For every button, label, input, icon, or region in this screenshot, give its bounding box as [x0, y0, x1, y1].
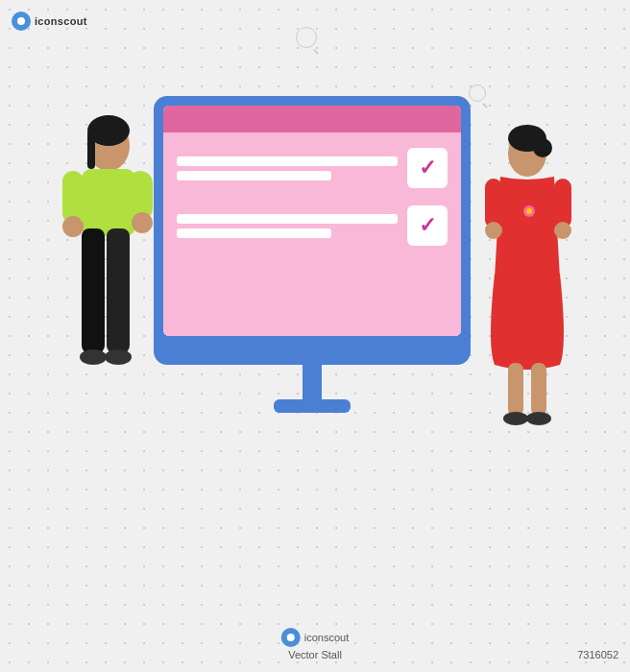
watermark-top-text: iconscout — [35, 15, 87, 27]
svg-point-22 — [526, 412, 551, 425]
watermark-bottom-text: iconscout — [304, 632, 349, 643]
checkmark-1: ✓ — [419, 156, 436, 180]
monitor-screen: ✓ ✓ — [163, 106, 461, 336]
svg-rect-17 — [554, 179, 571, 228]
svg-point-18 — [554, 222, 571, 239]
checklist-item-2: ✓ — [177, 205, 448, 246]
svg-rect-3 — [82, 169, 135, 236]
svg-rect-20 — [531, 363, 546, 416]
iconscout-icon-inner-bottom — [287, 634, 295, 641]
screen-body: ✓ ✓ — [163, 132, 461, 336]
woman-right — [481, 125, 577, 442]
svg-rect-2 — [87, 131, 95, 169]
svg-rect-9 — [107, 228, 130, 353]
screen-header — [163, 106, 461, 132]
svg-point-14 — [533, 138, 552, 157]
line-2a — [177, 214, 398, 224]
iconscout-icon-inner — [17, 17, 25, 25]
monitor-neck — [303, 365, 322, 403]
line-1b — [177, 171, 331, 180]
svg-rect-4 — [62, 171, 84, 224]
svg-rect-8 — [82, 228, 105, 353]
checkmark-2: ✓ — [419, 213, 436, 238]
checklist-lines-1 — [177, 156, 398, 180]
watermark-bottom: iconscout Vector Stall — [281, 628, 349, 660]
svg-point-10 — [80, 349, 107, 365]
checklist-item-1: ✓ — [177, 148, 448, 188]
svg-point-21 — [503, 412, 528, 425]
svg-point-24 — [526, 208, 532, 214]
line-2b — [177, 228, 331, 238]
svg-point-11 — [105, 349, 132, 365]
svg-point-16 — [485, 222, 502, 239]
svg-rect-15 — [485, 179, 502, 228]
illustration-scene: ✓ ✓ — [0, 0, 630, 672]
line-1a — [177, 156, 398, 166]
woman-left — [53, 115, 158, 442]
checkbox-1: ✓ — [407, 148, 448, 188]
svg-point-5 — [62, 216, 84, 237]
checkbox-2: ✓ — [407, 205, 448, 246]
vector-stall-text: Vector Stall — [288, 649, 342, 660]
watermark-bottom-row: iconscout — [281, 628, 349, 647]
iconscout-icon-bottom — [281, 628, 301, 647]
search-icon-1 — [296, 27, 317, 48]
watermark-top-left: iconscout — [12, 12, 87, 31]
monitor: ✓ ✓ — [154, 96, 471, 365]
iconscout-icon — [12, 12, 31, 31]
id-badge: 7316052 — [577, 649, 618, 660]
search-icon-2 — [469, 84, 486, 102]
svg-point-7 — [132, 212, 153, 233]
checklist-lines-2 — [177, 214, 398, 238]
monitor-base — [274, 399, 351, 413]
svg-rect-19 — [508, 363, 523, 416]
